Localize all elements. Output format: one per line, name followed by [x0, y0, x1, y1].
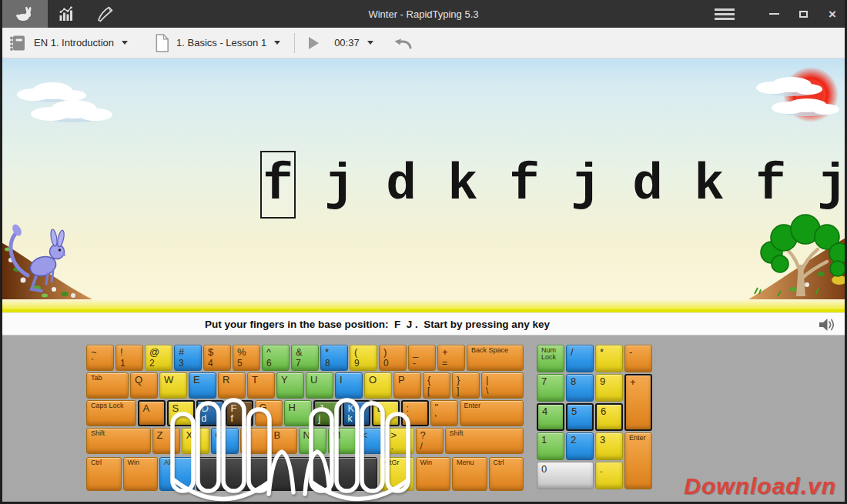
key-d[interactable]: Dd	[196, 400, 224, 426]
key-enter[interactable]: Enter	[460, 400, 524, 426]
numpad-key-num-lock[interactable]: Num Lock	[537, 345, 564, 372]
key-bracket-left[interactable]: {[	[423, 372, 450, 399]
key-8[interactable]: *8	[320, 345, 348, 371]
key-4[interactable]: $4	[203, 345, 231, 371]
numpad-key-5[interactable]: 5	[566, 403, 594, 431]
key-period[interactable]: >.	[387, 428, 414, 454]
key-z[interactable]: Z	[152, 428, 180, 454]
maximize-icon	[799, 11, 808, 18]
key-f[interactable]: Ff	[226, 400, 253, 426]
key-win[interactable]: Win	[123, 457, 159, 491]
key-a[interactable]: A	[138, 400, 166, 426]
close-button[interactable]: ×	[818, 0, 847, 28]
key-6[interactable]: ^6	[262, 345, 290, 371]
key-p[interactable]: P	[393, 372, 421, 399]
numpad-key-plus[interactable]: +	[624, 374, 652, 431]
numpad-key-1[interactable]: 1	[537, 432, 564, 460]
key-ctrl[interactable]: Ctrl	[489, 457, 524, 491]
main-menu-button[interactable]	[710, 8, 739, 20]
numpad-key-minus[interactable]: -	[624, 345, 652, 372]
tab-lesson-editor[interactable]	[86, 0, 125, 28]
timer-value: 00:37	[334, 37, 360, 48]
key-label-top: !	[120, 347, 123, 358]
key-semicolon[interactable]: :;	[401, 400, 429, 426]
numpad-key-6[interactable]: 6	[595, 403, 623, 431]
key-apostrophe[interactable]: "'	[430, 400, 458, 426]
key-n[interactable]: N	[299, 428, 326, 454]
key-win[interactable]: Win	[416, 457, 451, 491]
key-m[interactable]: M	[328, 428, 356, 454]
key-slash[interactable]: ?/	[416, 428, 444, 454]
numpad-key-asterisk[interactable]: *	[595, 345, 623, 372]
key-comma[interactable]: <,	[357, 428, 385, 454]
key-o[interactable]: O	[364, 372, 392, 399]
key-tab[interactable]: Tab	[86, 372, 129, 399]
key-l[interactable]: L	[372, 400, 400, 426]
title-bar: Winter - RapidTyping 5.3 ×	[0, 0, 847, 28]
lesson-selector[interactable]: 1. Basics - Lesson 1	[146, 33, 288, 53]
key-backslash[interactable]: |\	[481, 372, 524, 399]
numpad-key-enter[interactable]: Enter	[624, 432, 652, 489]
key-backtick[interactable]: ~`	[86, 345, 114, 371]
numpad-key-2[interactable]: 2	[566, 432, 594, 460]
key-c[interactable]: C	[211, 428, 239, 454]
key-equals[interactable]: +=	[437, 345, 465, 371]
play-button[interactable]	[301, 37, 326, 49]
key-s[interactable]: S	[167, 400, 195, 426]
key-i[interactable]: I	[335, 372, 363, 399]
key-menu[interactable]: Menu	[452, 457, 487, 491]
timer-selector[interactable]: 00:37	[326, 37, 381, 48]
key-7[interactable]: &7	[291, 345, 319, 371]
key-w[interactable]: W	[159, 372, 187, 399]
key-2[interactable]: @2	[145, 345, 172, 371]
key-label-top: /	[571, 347, 574, 358]
key-shift[interactable]: Shift	[86, 428, 151, 454]
speaker-icon[interactable]	[818, 317, 836, 332]
course-selector[interactable]: EN 1. Introduction	[0, 33, 136, 53]
key-minus[interactable]: _-	[408, 345, 436, 371]
key-9[interactable]: (9	[350, 345, 377, 371]
key-bracket-right[interactable]: }]	[452, 372, 480, 399]
key-h[interactable]: H	[284, 400, 312, 426]
key-space[interactable]	[196, 457, 378, 491]
key-label-top: R	[223, 375, 229, 386]
numpad-key-0[interactable]: 0	[537, 462, 594, 489]
key-t[interactable]: T	[247, 372, 275, 399]
key-alt[interactable]: Alt	[159, 457, 195, 491]
key-u[interactable]: U	[306, 372, 333, 399]
key-j[interactable]: Jj	[313, 400, 341, 426]
key-b[interactable]: B	[270, 428, 297, 454]
key-label-top: J	[319, 403, 324, 414]
numpad-key-7[interactable]: 7	[537, 374, 564, 402]
key-q[interactable]: Q	[130, 372, 158, 399]
key-e[interactable]: E	[189, 372, 216, 399]
key-r[interactable]: R	[218, 372, 246, 399]
key-1[interactable]: !1	[116, 345, 143, 371]
restart-button[interactable]	[384, 35, 421, 51]
key-5[interactable]: %5	[233, 345, 260, 371]
key-g[interactable]: G	[255, 400, 283, 426]
key-caps-lock[interactable]: Caps Lock	[86, 400, 136, 426]
numpad-key-4[interactable]: 4	[537, 403, 564, 431]
maximize-button[interactable]	[788, 0, 818, 28]
key-0[interactable]: )0	[379, 345, 407, 371]
key-x[interactable]: X	[182, 428, 209, 454]
key-altgr[interactable]: AltGr	[379, 457, 414, 491]
key-v[interactable]: V	[240, 428, 268, 454]
key-k[interactable]: Kk	[343, 400, 370, 426]
key-ctrl[interactable]: Ctrl	[86, 457, 122, 491]
minimize-button[interactable]	[759, 0, 788, 28]
numpad-key-slash[interactable]: /	[566, 345, 594, 372]
key-label-top: V	[245, 430, 252, 441]
key-y[interactable]: Y	[276, 372, 304, 399]
key-3[interactable]: #3	[174, 345, 202, 371]
numpad-key-period[interactable]: .	[595, 462, 623, 489]
key-label-top: -	[629, 347, 632, 358]
key-back-space[interactable]: Back Space	[467, 345, 524, 371]
numpad-key-8[interactable]: 8	[566, 374, 594, 402]
tab-statistics[interactable]	[48, 0, 86, 28]
numpad-key-9[interactable]: 9	[595, 374, 623, 402]
key-shift[interactable]: Shift	[445, 428, 524, 454]
numpad-key-3[interactable]: 3	[595, 432, 623, 460]
tab-lessons[interactable]	[0, 0, 48, 28]
